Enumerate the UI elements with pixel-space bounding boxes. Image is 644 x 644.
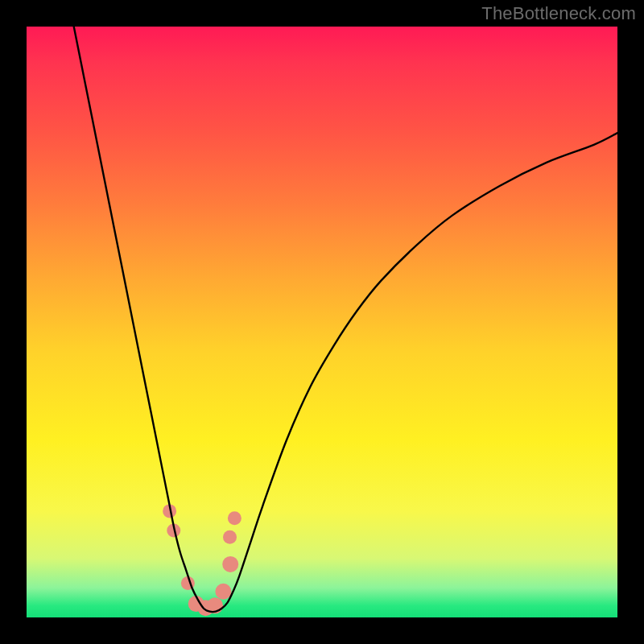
right-marker-2 [228, 511, 242, 525]
chart-frame: TheBottleneck.com [0, 0, 644, 644]
chart-svg [27, 27, 617, 617]
plot-area [27, 27, 617, 617]
right-marker-1 [223, 530, 237, 544]
bottom-blob-4 [215, 584, 231, 600]
bottleneck-curve [74, 27, 617, 612]
attribution-text: TheBottleneck.com [481, 3, 636, 24]
bottom-blob-5 [222, 556, 238, 572]
